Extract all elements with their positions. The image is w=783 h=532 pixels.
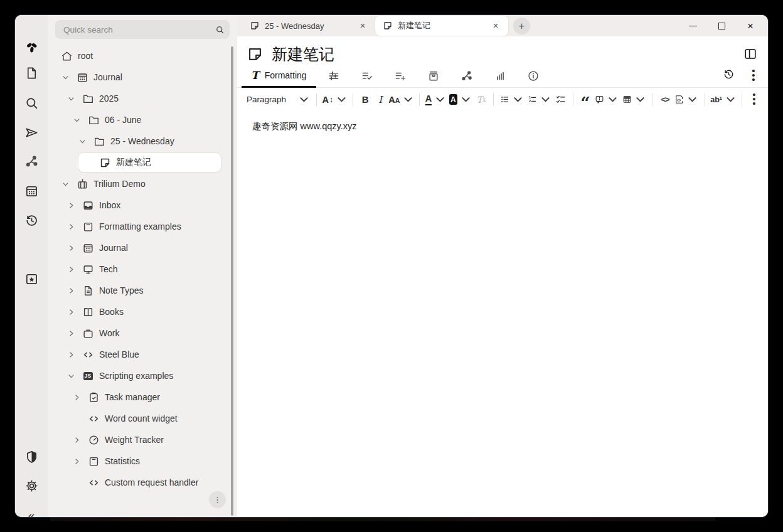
chevron-down-icon xyxy=(725,93,737,105)
tree-item-label: Trilium Demo xyxy=(93,179,146,189)
note-editor[interactable]: 趣奇资源网 www.qqzy.xyz xyxy=(237,111,768,517)
tree-item-label: Custom request handler xyxy=(105,477,198,487)
owned-attributes-icon[interactable] xyxy=(358,67,376,85)
background-color-dropdown[interactable]: A xyxy=(447,91,474,109)
tree-item-formatting-examples[interactable]: Formatting examples xyxy=(48,216,233,237)
bullet-list-dropdown[interactable] xyxy=(498,91,526,109)
tree-item-weight-tracker[interactable]: Weight Tracker xyxy=(48,429,233,450)
close-button[interactable]: × xyxy=(745,21,755,31)
tab-close-icon[interactable]: × xyxy=(356,19,369,32)
collapse-chevron-icon[interactable] xyxy=(78,134,93,149)
ribbon-tab-formatting[interactable]: T Formatting xyxy=(242,65,316,88)
collapse-chevron-icon[interactable] xyxy=(61,176,76,191)
tree-options-button[interactable]: ⋮ xyxy=(209,491,226,508)
note-map-icon[interactable] xyxy=(21,151,42,172)
tree-item-statistics[interactable]: Statistics xyxy=(48,450,233,472)
remove-format-t: T xyxy=(477,95,483,105)
expand-chevron-icon[interactable] xyxy=(72,454,87,469)
new-note-icon[interactable] xyxy=(21,62,42,83)
similar-notes-icon[interactable] xyxy=(491,67,509,85)
collapse-tree-icon[interactable]: « xyxy=(21,504,42,517)
note-map-icon[interactable] xyxy=(458,67,476,85)
note-info-icon[interactable] xyxy=(525,67,542,85)
tree-item-label: Weight Tracker xyxy=(105,435,164,445)
minimize-button[interactable] xyxy=(688,21,698,31)
tree-item-inbox[interactable]: Inbox xyxy=(48,194,233,216)
admonition-dropdown[interactable] xyxy=(593,91,621,109)
tree-item-journal[interactable]: Journal xyxy=(48,237,233,258)
expand-chevron-icon[interactable] xyxy=(67,283,82,298)
tree-item-新建笔记[interactable]: 新建笔记 xyxy=(48,152,233,173)
jump-to-note-icon[interactable] xyxy=(21,122,42,143)
new-tab-button[interactable]: + xyxy=(513,18,530,35)
expand-chevron-icon[interactable] xyxy=(67,304,82,319)
expand-chevron-icon[interactable] xyxy=(67,347,82,362)
today-icon[interactable] xyxy=(21,268,42,289)
tree-scrollbar[interactable] xyxy=(231,46,233,516)
basic-properties-icon[interactable] xyxy=(325,67,343,85)
window-controls: × xyxy=(688,15,759,36)
search-icon[interactable] xyxy=(21,92,42,114)
toolbar-separator xyxy=(353,93,353,106)
font-color-dropdown[interactable]: A xyxy=(424,91,447,109)
todo-list-button[interactable] xyxy=(553,91,568,109)
tree-item-label: Journal xyxy=(99,243,128,253)
font-family-dropdown[interactable]: AA xyxy=(388,91,415,109)
paragraph-style-dropdown[interactable]: Paragraph xyxy=(245,91,312,109)
toolbar-more-icon[interactable]: ••• xyxy=(747,91,762,109)
collapse-chevron-icon[interactable] xyxy=(61,70,76,85)
tab-25-wednesday[interactable]: 25 - Wednesday × xyxy=(242,16,375,36)
tree-item-books[interactable]: Books xyxy=(48,301,233,322)
font-size-dropdown[interactable]: A↕ xyxy=(321,91,348,109)
expand-chevron-icon[interactable] xyxy=(67,262,82,277)
settings-gear-icon[interactable] xyxy=(21,475,42,496)
tree-item-06-june[interactable]: 06 - June xyxy=(48,109,233,130)
protected-session-icon[interactable] xyxy=(21,446,42,467)
tab-close-icon[interactable]: × xyxy=(489,19,502,32)
maximize-button[interactable] xyxy=(716,21,727,31)
chevron-down-icon xyxy=(460,93,472,105)
inherited-attributes-icon[interactable] xyxy=(392,67,409,85)
numbered-list-dropdown[interactable] xyxy=(526,91,553,109)
note-paths-icon[interactable] xyxy=(425,67,442,85)
tree-item-tech[interactable]: Tech xyxy=(48,258,233,280)
tab-new-note-active[interactable]: 新建笔记 × xyxy=(375,16,508,36)
recent-changes-icon[interactable] xyxy=(21,210,42,231)
remove-format-button[interactable]: Tx xyxy=(474,91,489,109)
note-more-icon[interactable]: ••• xyxy=(748,69,759,82)
quick-search-input[interactable] xyxy=(55,20,230,39)
tree-item-steel-blue[interactable]: Steel Blue xyxy=(48,344,233,365)
tree-item-root[interactable]: root xyxy=(48,45,233,66)
tree-item-trilium-demo[interactable]: Trilium Demo xyxy=(48,173,233,194)
tree-item-scripting-examples[interactable]: JSScripting examples xyxy=(48,365,233,386)
collapse-chevron-icon[interactable] xyxy=(67,91,82,106)
note-revisions-icon[interactable] xyxy=(723,68,735,83)
tree-item-work[interactable]: Work xyxy=(48,322,233,344)
expand-chevron-icon[interactable] xyxy=(67,240,82,255)
tree-item-custom-request-handler[interactable]: Custom request handler xyxy=(48,472,233,493)
tree-item-word-count-widget[interactable]: Word count widget xyxy=(48,408,233,429)
tree-item-25-wednesday[interactable]: 25 - Wednesday xyxy=(48,130,233,152)
note-title[interactable]: 新建笔记 xyxy=(272,44,742,65)
inline-code-button[interactable]: <> xyxy=(658,91,673,109)
tree-item-label: Steel Blue xyxy=(99,349,139,359)
footnote-dropdown[interactable]: ab¹ xyxy=(710,91,737,109)
expand-chevron-icon[interactable] xyxy=(67,326,82,341)
italic-button[interactable]: I xyxy=(373,91,388,109)
block-quote-button[interactable]: “ xyxy=(578,95,593,112)
bold-button[interactable]: B xyxy=(358,91,373,109)
collapse-chevron-icon[interactable] xyxy=(67,368,82,383)
collapse-chevron-icon[interactable] xyxy=(72,112,87,127)
split-pane-icon[interactable] xyxy=(742,45,759,63)
tree-item-note-types[interactable]: Note Types xyxy=(48,280,233,301)
calendar-icon[interactable] xyxy=(21,180,42,201)
expand-chevron-icon[interactable] xyxy=(67,198,82,213)
expand-chevron-icon[interactable] xyxy=(67,219,82,234)
tree-item-task-manager[interactable]: Task manager xyxy=(48,386,233,408)
tree-item-2025[interactable]: 2025 xyxy=(48,88,233,109)
expand-chevron-icon[interactable] xyxy=(72,390,87,405)
tree-item-journal[interactable]: Journal xyxy=(48,66,233,88)
insert-table-dropdown[interactable] xyxy=(621,91,648,109)
expand-chevron-icon[interactable] xyxy=(72,432,87,447)
code-block-dropdown[interactable] xyxy=(673,91,700,109)
